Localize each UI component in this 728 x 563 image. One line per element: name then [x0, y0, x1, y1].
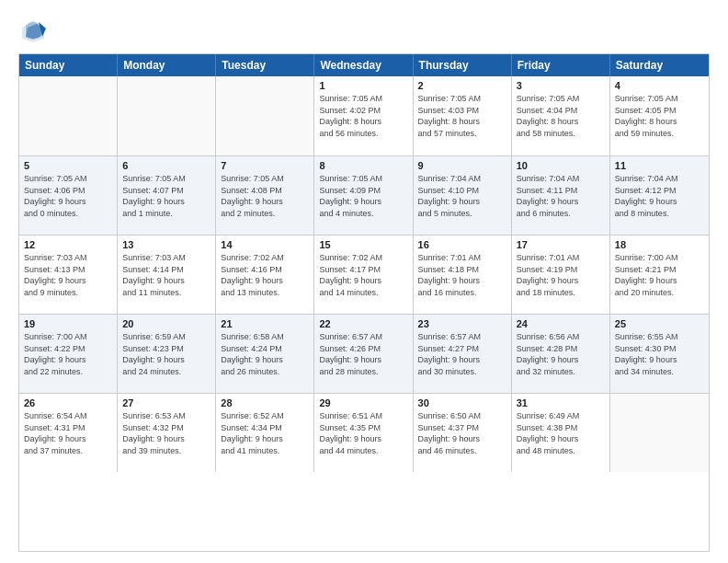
day-info: Sunrise: 7:00 AM Sunset: 4:21 PM Dayligh… [615, 252, 704, 298]
day-header-sunday: Sunday [19, 54, 118, 76]
page: SundayMondayTuesdayWednesdayThursdayFrid… [0, 0, 728, 563]
day-info: Sunrise: 7:02 AM Sunset: 4:16 PM Dayligh… [221, 252, 309, 298]
day-info: Sunrise: 7:05 AM Sunset: 4:06 PM Dayligh… [24, 173, 112, 219]
week-row-3: 19Sunrise: 7:00 AM Sunset: 4:22 PM Dayli… [19, 314, 709, 393]
day-info: Sunrise: 7:05 AM Sunset: 4:05 PM Dayligh… [615, 93, 704, 139]
day-info: Sunrise: 7:03 AM Sunset: 4:14 PM Dayligh… [122, 252, 210, 298]
empty-cell-0-1 [118, 76, 216, 155]
day-number: 27 [122, 397, 210, 408]
day-cell-4: 4Sunrise: 7:05 AM Sunset: 4:05 PM Daylig… [610, 76, 709, 155]
week-row-2: 12Sunrise: 7:03 AM Sunset: 4:13 PM Dayli… [19, 235, 709, 314]
week-row-4: 26Sunrise: 6:54 AM Sunset: 4:31 PM Dayli… [19, 393, 709, 472]
day-cell-20: 20Sunrise: 6:59 AM Sunset: 4:23 PM Dayli… [118, 315, 216, 393]
day-cell-9: 9Sunrise: 7:04 AM Sunset: 4:10 PM Daylig… [414, 156, 512, 235]
day-cell-8: 8Sunrise: 7:05 AM Sunset: 4:09 PM Daylig… [314, 156, 413, 235]
day-number: 28 [221, 397, 309, 408]
day-number: 1 [319, 80, 407, 91]
logo [18, 17, 53, 46]
day-info: Sunrise: 7:05 AM Sunset: 4:04 PM Dayligh… [517, 93, 605, 139]
week-row-0: 1Sunrise: 7:05 AM Sunset: 4:02 PM Daylig… [19, 76, 709, 155]
day-info: Sunrise: 7:02 AM Sunset: 4:17 PM Dayligh… [319, 252, 407, 298]
empty-cell-0-2 [216, 76, 314, 155]
day-info: Sunrise: 7:05 AM Sunset: 4:02 PM Dayligh… [319, 93, 407, 139]
day-info: Sunrise: 6:54 AM Sunset: 4:31 PM Dayligh… [24, 410, 112, 456]
day-number: 21 [221, 318, 309, 329]
day-cell-29: 29Sunrise: 6:51 AM Sunset: 4:35 PM Dayli… [314, 394, 413, 472]
day-cell-24: 24Sunrise: 6:56 AM Sunset: 4:28 PM Dayli… [512, 315, 610, 393]
day-cell-11: 11Sunrise: 7:04 AM Sunset: 4:12 PM Dayli… [610, 156, 709, 235]
day-info: Sunrise: 7:01 AM Sunset: 4:18 PM Dayligh… [418, 252, 506, 298]
header [18, 17, 710, 46]
day-number: 19 [24, 318, 112, 329]
day-number: 20 [122, 318, 210, 329]
day-info: Sunrise: 6:57 AM Sunset: 4:27 PM Dayligh… [418, 331, 506, 377]
calendar: SundayMondayTuesdayWednesdayThursdayFrid… [18, 53, 710, 552]
day-number: 25 [615, 318, 704, 329]
day-number: 2 [418, 80, 506, 91]
day-number: 12 [24, 239, 112, 250]
day-number: 7 [221, 160, 309, 171]
day-header-saturday: Saturday [610, 54, 709, 76]
day-cell-6: 6Sunrise: 7:05 AM Sunset: 4:07 PM Daylig… [118, 156, 216, 235]
day-info: Sunrise: 6:56 AM Sunset: 4:28 PM Dayligh… [517, 331, 605, 377]
day-cell-12: 12Sunrise: 7:03 AM Sunset: 4:13 PM Dayli… [19, 236, 118, 314]
day-info: Sunrise: 7:04 AM Sunset: 4:11 PM Dayligh… [517, 173, 605, 219]
day-cell-26: 26Sunrise: 6:54 AM Sunset: 4:31 PM Dayli… [19, 394, 118, 472]
day-cell-7: 7Sunrise: 7:05 AM Sunset: 4:08 PM Daylig… [216, 156, 314, 235]
day-cell-5: 5Sunrise: 7:05 AM Sunset: 4:06 PM Daylig… [19, 156, 118, 235]
day-header-friday: Friday [512, 54, 610, 76]
empty-cell-4-6 [610, 394, 709, 472]
day-header-tuesday: Tuesday [216, 54, 314, 76]
day-cell-10: 10Sunrise: 7:04 AM Sunset: 4:11 PM Dayli… [512, 156, 610, 235]
day-number: 4 [615, 80, 704, 91]
day-info: Sunrise: 7:05 AM Sunset: 4:03 PM Dayligh… [418, 93, 506, 139]
day-info: Sunrise: 6:50 AM Sunset: 4:37 PM Dayligh… [418, 410, 506, 456]
day-number: 13 [122, 239, 210, 250]
day-cell-30: 30Sunrise: 6:50 AM Sunset: 4:37 PM Dayli… [414, 394, 512, 472]
day-info: Sunrise: 7:05 AM Sunset: 4:08 PM Dayligh… [221, 173, 309, 219]
day-cell-21: 21Sunrise: 6:58 AM Sunset: 4:24 PM Dayli… [216, 315, 314, 393]
day-number: 22 [319, 318, 407, 329]
day-cell-25: 25Sunrise: 6:55 AM Sunset: 4:30 PM Dayli… [610, 315, 709, 393]
day-number: 18 [615, 239, 704, 250]
day-cell-13: 13Sunrise: 7:03 AM Sunset: 4:14 PM Dayli… [118, 236, 216, 314]
day-info: Sunrise: 6:51 AM Sunset: 4:35 PM Dayligh… [319, 410, 407, 456]
day-info: Sunrise: 7:04 AM Sunset: 4:12 PM Dayligh… [615, 173, 704, 219]
day-info: Sunrise: 6:55 AM Sunset: 4:30 PM Dayligh… [615, 331, 704, 377]
day-number: 6 [122, 160, 210, 171]
day-number: 10 [517, 160, 605, 171]
day-number: 9 [418, 160, 506, 171]
day-cell-14: 14Sunrise: 7:02 AM Sunset: 4:16 PM Dayli… [216, 236, 314, 314]
day-number: 5 [24, 160, 112, 171]
day-cell-27: 27Sunrise: 6:53 AM Sunset: 4:32 PM Dayli… [118, 394, 216, 472]
day-info: Sunrise: 7:03 AM Sunset: 4:13 PM Dayligh… [24, 252, 112, 298]
day-number: 3 [517, 80, 605, 91]
day-cell-2: 2Sunrise: 7:05 AM Sunset: 4:03 PM Daylig… [414, 76, 512, 155]
day-number: 11 [615, 160, 704, 171]
day-info: Sunrise: 7:05 AM Sunset: 4:09 PM Dayligh… [319, 173, 407, 219]
day-info: Sunrise: 7:04 AM Sunset: 4:10 PM Dayligh… [418, 173, 506, 219]
day-number: 31 [517, 397, 605, 408]
logo-icon [18, 17, 48, 46]
calendar-body: 1Sunrise: 7:05 AM Sunset: 4:02 PM Daylig… [19, 76, 709, 551]
day-cell-16: 16Sunrise: 7:01 AM Sunset: 4:18 PM Dayli… [414, 236, 512, 314]
day-info: Sunrise: 6:58 AM Sunset: 4:24 PM Dayligh… [221, 331, 309, 377]
day-info: Sunrise: 7:00 AM Sunset: 4:22 PM Dayligh… [24, 331, 112, 377]
week-row-1: 5Sunrise: 7:05 AM Sunset: 4:06 PM Daylig… [19, 155, 709, 235]
day-cell-18: 18Sunrise: 7:00 AM Sunset: 4:21 PM Dayli… [610, 236, 709, 314]
day-header-monday: Monday [118, 54, 216, 76]
day-number: 16 [418, 239, 506, 250]
empty-cell-0-0 [19, 76, 118, 155]
day-info: Sunrise: 7:01 AM Sunset: 4:19 PM Dayligh… [517, 252, 605, 298]
day-number: 14 [221, 239, 309, 250]
day-number: 8 [319, 160, 407, 171]
day-info: Sunrise: 6:52 AM Sunset: 4:34 PM Dayligh… [221, 410, 309, 456]
day-info: Sunrise: 6:53 AM Sunset: 4:32 PM Dayligh… [122, 410, 210, 456]
day-cell-28: 28Sunrise: 6:52 AM Sunset: 4:34 PM Dayli… [216, 394, 314, 472]
day-cell-1: 1Sunrise: 7:05 AM Sunset: 4:02 PM Daylig… [314, 76, 413, 155]
day-info: Sunrise: 6:57 AM Sunset: 4:26 PM Dayligh… [319, 331, 407, 377]
day-number: 26 [24, 397, 112, 408]
day-cell-3: 3Sunrise: 7:05 AM Sunset: 4:04 PM Daylig… [512, 76, 610, 155]
day-cell-23: 23Sunrise: 6:57 AM Sunset: 4:27 PM Dayli… [414, 315, 512, 393]
day-number: 24 [517, 318, 605, 329]
